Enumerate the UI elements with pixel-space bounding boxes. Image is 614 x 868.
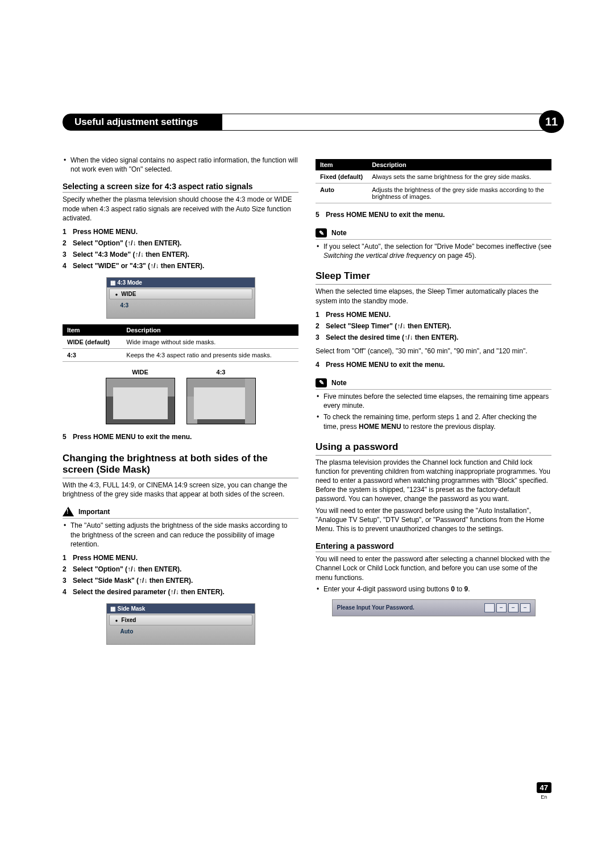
sidemask-note-label: Note (331, 229, 347, 237)
ss-th-desc: Description (122, 324, 298, 336)
ss-r2-v: Keeps the 4:3 aspect ratio and presents … (122, 348, 298, 361)
sl-step-1: Press HOME MENU. (326, 311, 391, 319)
entering-password-body: You will need to enter the password afte… (316, 554, 551, 582)
password-heading: Using a password (316, 441, 551, 456)
sm-step-4: Select the desired parameter (↑/↓ then E… (73, 588, 225, 596)
entering-password-heading: Entering a password (316, 541, 551, 552)
sidemask-note-header: ✎ Note (316, 228, 551, 240)
password-dialog-text: Please Input Your Password. (337, 604, 414, 611)
sm-r2-v: Adjusts the brightness of the grey side … (367, 183, 551, 203)
sm-r1-k: Fixed (default) (316, 170, 367, 183)
sleep-heading: Sleep Timer (316, 270, 551, 285)
password-body1: The plasma television provides the Chann… (316, 458, 551, 504)
left-column: When the video signal contains no aspect… (63, 153, 298, 650)
menu-sm-title: Side Mask (118, 606, 146, 612)
sl-step-3-tail: Select from "Off" (cancel), "30 min", "6… (316, 347, 551, 356)
wide-image (106, 378, 175, 424)
important-label: Important (78, 508, 110, 516)
ss-step-5: Press HOME MENU to exit the menu. (73, 433, 192, 441)
important-bullet: The "Auto" setting adjusts the brightnes… (63, 521, 298, 549)
sleep-note-2: To check the remaining time, perform ste… (316, 412, 551, 431)
sm-step-5: Press HOME MENU to exit the menu. (326, 211, 445, 219)
important-header: Important (63, 507, 298, 519)
menu-icon: ▦ (110, 606, 115, 612)
sl-step-2: Select "Sleep Timer" (↑/↓ then ENTER). (326, 322, 451, 330)
sidemask-heading: Changing the brightness at both sides of… (63, 453, 298, 478)
ss-th-item: Item (63, 324, 122, 336)
note-icon: ✎ (316, 378, 327, 387)
img-label-4-3: 4:3 (186, 369, 256, 375)
chapter-title: Useful adjustment settings (69, 114, 204, 130)
sidemask-body: With the 4:3, FULL 14:9, or CINEMA 14:9 … (63, 481, 298, 499)
sidemask-note-bullet: If you select "Auto", the selection for … (316, 242, 551, 260)
pw-slot-3[interactable]: – (508, 603, 518, 612)
ss-step-1: Press HOME MENU. (73, 228, 138, 236)
ss-step-4: Select "WIDE" or "4:3" (↑/↓ then ENTER). (73, 262, 204, 270)
menu-row-fixed: Fixed (109, 615, 252, 625)
pw-slot-4[interactable]: – (520, 603, 530, 612)
menu-4-3-mode: ▦4:3 Mode WIDE 4:3 (106, 277, 255, 319)
img-label-wide: WIDE (106, 369, 175, 375)
screensize-body: Specify whether the plasma television sh… (63, 195, 298, 223)
page-number: 47 (537, 782, 551, 793)
menu-row-wide: WIDE (109, 289, 252, 299)
4-3-image (186, 378, 256, 424)
intro-bullet: When the video signal contains no aspect… (63, 156, 298, 174)
page-lang: En (537, 794, 551, 800)
sm-th-desc: Description (367, 159, 551, 170)
sleep-note-label: Note (331, 379, 347, 387)
chapter-number-badge: 11 (539, 110, 564, 133)
sidemask-table: Item Description Fixed (default) Always … (316, 159, 551, 203)
menu-side-mask: ▦Side Mask Fixed Auto (106, 603, 255, 645)
ss-step-2: Select "Option" (↑/↓ then ENTER). (73, 239, 181, 247)
sm-step-2: Select "Option" (↑/↓ then ENTER). (73, 565, 181, 573)
ss-r1-v: Wide image without side masks. (122, 336, 298, 349)
pw-slot-2[interactable]: – (496, 603, 507, 612)
sm-th-item: Item (316, 159, 367, 170)
ss-step-3: Select "4:3 Mode" (↑/↓ then ENTER). (73, 251, 189, 258)
sl-step-4: Press HOME MENU to exit the menu. (326, 361, 445, 369)
screensize-heading: Selecting a screen size for 4:3 aspect r… (63, 182, 298, 193)
password-body2: You will need to enter the password befo… (316, 506, 551, 534)
menu-icon: ▦ (110, 279, 115, 286)
page-footer: 47 En (537, 782, 551, 800)
sm-r2-k: Auto (316, 183, 367, 203)
sm-r1-v: Always sets the same brightness for the … (367, 170, 551, 183)
pw-slot-1[interactable] (484, 603, 495, 612)
menu-row-auto: Auto (107, 627, 255, 636)
warning-icon (63, 507, 74, 516)
password-dialog: Please Input Your Password. – – – (332, 599, 536, 616)
ss-r1-k: WIDE (default) (63, 336, 122, 349)
sleep-body: When the selected time elapses, the Slee… (316, 287, 551, 305)
sl-step-3: Select the desired time (↑/↓ then ENTER)… (326, 333, 458, 341)
screensize-table: Item Description WIDE (default) Wide ima… (63, 324, 298, 362)
aspect-images: WIDE 4:3 (63, 369, 298, 424)
chapter-header: Useful adjustment settings 11 (63, 114, 551, 131)
sm-step-3: Select "Side Mask" (↑/↓ then ENTER). (73, 577, 193, 585)
password-bullet: Enter your 4-digit password using button… (316, 585, 551, 594)
ss-r2-k: 4:3 (63, 348, 122, 361)
right-column: Item Description Fixed (default) Always … (316, 153, 551, 650)
sleep-note-1: Five minutes before the selected time el… (316, 392, 551, 410)
sleep-note-header: ✎ Note (316, 378, 551, 390)
menu-row-4-3: 4:3 (107, 301, 255, 310)
menu-4-3-title: 4:3 Mode (118, 279, 142, 286)
sm-step-1: Press HOME MENU. (73, 554, 138, 562)
note-icon: ✎ (316, 228, 327, 237)
